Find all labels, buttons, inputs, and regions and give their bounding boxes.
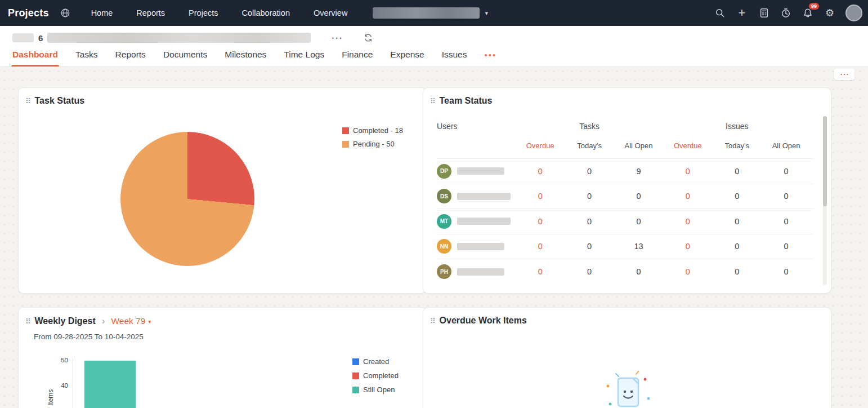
overdue-title-row: ⠿ Overdue Work Items [430,316,527,326]
nav-item-collaboration[interactable]: Collaboration [230,0,302,26]
redacted-user-name [457,193,511,200]
legend-item: Still Open [352,385,399,394]
card-title: Overdue Work Items [440,316,527,326]
cell-issues-overdue: 0 [663,217,712,226]
legend-item: Completed - 18 [342,126,403,135]
nav-item-home[interactable]: Home [79,0,125,26]
y-axis-title: No. of Items [47,371,55,408]
y-axis-line [73,358,73,408]
team-status-title-row: ⠿ Team Status [430,96,492,106]
project-tabs: Dashboard Tasks Reports Documents Milest… [12,50,496,66]
tab-tasks[interactable]: Tasks [75,50,98,66]
legend-color-swatch [342,127,349,134]
project-count-badge: 6 [38,33,43,43]
legend-label: Still Open [363,385,395,394]
timer-icon[interactable] [780,7,792,19]
navbar-actions: + 99 ⚙ [714,0,862,26]
search-icon[interactable] [714,7,726,19]
table-row: DP 0 0 9 0 0 0 [437,159,814,184]
nav-item-projects[interactable]: Projects [177,0,230,26]
drag-handle-icon[interactable]: ⠿ [430,317,436,325]
cell-tasks-todays: 0 [565,242,614,251]
project-more-icon[interactable]: ⋯ [331,35,342,41]
top-navbar: Projects Home Reports Projects Collabora… [0,0,868,26]
task-status-pie-chart [120,132,254,266]
team-status-card: ⠿ Team Status Users Tasks Issues Overdue… [423,87,831,294]
cell-issues-todays: 0 [713,217,762,226]
task-status-legend: Completed - 18 Pending - 50 [342,126,403,148]
nav-item-overview[interactable]: Overview [302,0,359,26]
settings-gear-icon[interactable]: ⚙ [824,7,836,19]
dashboard-content: ⋯ ⠿ Task Status Completed - 18 Pending -… [0,67,868,408]
redacted-user-name [457,218,511,225]
column-group-tasks: Tasks [516,122,663,131]
cell-issues-todays: 0 [713,267,762,276]
cell-tasks-overdue: 0 [516,167,565,176]
caret-down-icon: ▾ [148,318,151,325]
cell-tasks-todays: 0 [565,192,614,201]
col-header-issues-all-open: All Open [762,141,811,150]
legend-label: Completed - 18 [353,126,403,135]
project-header: 6 ⋯ Dashboard Tasks Reports Documents Mi… [0,26,868,67]
brand-logo[interactable]: Projects [8,7,49,19]
overdue-work-items-card: ⠿ Overdue Work Items [423,307,831,408]
project-selector-redacted[interactable] [373,7,480,19]
cell-tasks-all-open: 9 [614,167,663,176]
globe-icon[interactable] [60,8,70,18]
tab-dashboard[interactable]: Dashboard [12,50,58,66]
cell-issues-all-open: 0 [762,167,811,176]
refresh-icon[interactable] [364,33,373,42]
table-subheader-row: Overdue Today's All Open Overdue Today's… [437,133,814,159]
weekly-digest-title-row: ⠿ Weekly Digest › Week 79 ▾ [25,316,151,327]
dashboard-more-button[interactable]: ⋯ [834,69,854,80]
avatar: MT [437,214,451,229]
drag-handle-icon[interactable]: ⠿ [430,97,436,105]
tab-finance[interactable]: Finance [342,50,373,66]
week-selector-dropdown[interactable]: Week 79 ▾ [111,316,151,326]
cell-issues-overdue: 0 [663,167,712,176]
tab-milestones[interactable]: Milestones [225,50,266,66]
tab-documents[interactable]: Documents [163,50,207,66]
tab-expense[interactable]: Expense [390,50,424,66]
cell-issues-all-open: 0 [762,192,811,201]
col-header-issues-overdue: Overdue [663,141,712,150]
legend-item: Pending - 50 [342,140,403,148]
y-axis-tick-label: 40 [53,382,68,389]
legend-color-swatch [352,372,359,379]
drag-handle-icon[interactable]: ⠿ [25,97,31,105]
tabs-more-icon[interactable]: ••• [484,50,496,66]
add-icon[interactable]: + [736,7,748,19]
project-selector-caret-icon[interactable]: ▾ [485,10,488,17]
avatar: NN [437,239,451,254]
tab-issues[interactable]: Issues [442,50,467,66]
billing-icon[interactable] [758,7,770,19]
nav-item-reports[interactable]: Reports [124,0,177,26]
task-status-title-row: ⠿ Task Status [25,96,84,106]
tab-time-logs[interactable]: Time Logs [284,50,324,66]
y-axis-tick-label: 50 [53,357,68,363]
cell-tasks-todays: 0 [565,167,614,176]
cell-issues-all-open: 0 [762,217,811,226]
col-header-tasks-all-open: All Open [614,141,663,150]
notifications-bell-icon[interactable]: 99 [802,7,814,19]
legend-color-swatch [352,358,359,365]
legend-item: Created [352,357,399,366]
cell-tasks-todays: 0 [565,267,614,276]
cell-tasks-all-open: 0 [614,217,663,226]
user-avatar[interactable] [845,5,862,21]
redacted-project-prefix [12,33,34,42]
cell-issues-overdue: 0 [663,242,712,251]
column-group-issues: Issues [663,122,811,131]
drag-handle-icon[interactable]: ⠿ [25,317,31,326]
cell-tasks-overdue: 0 [516,267,565,276]
card-title: Weekly Digest [35,316,96,326]
legend-item: Completed [352,371,399,380]
cell-tasks-overdue: 0 [516,242,565,251]
table-scrollbar-thumb[interactable] [823,116,827,206]
empty-state-illustration [603,367,652,408]
column-group-users: Users [437,122,516,131]
cell-issues-all-open: 0 [762,242,811,251]
app-screen: Projects Home Reports Projects Collabora… [0,0,868,408]
tab-reports[interactable]: Reports [115,50,146,66]
task-status-card: ⠿ Task Status Completed - 18 Pending - 5… [18,87,427,294]
